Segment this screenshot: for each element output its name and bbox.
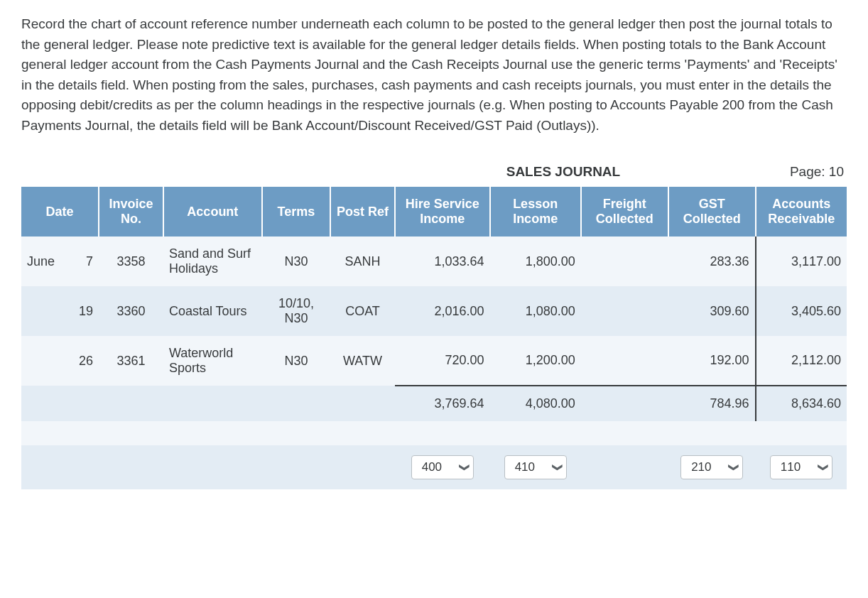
cell-lesson-income: 1,080.00 [490,286,581,336]
ref-value: 410 [515,460,535,474]
ref-value: 110 [781,460,801,474]
header-terms: Terms [262,187,330,237]
ref-select-lesson-income[interactable]: 410 ❮ [504,455,567,479]
chevron-down-icon: ❮ [550,463,562,472]
total-accounts-receivable: 8,634.60 [756,386,847,421]
cell-gst-collected: 309.60 [668,286,756,336]
cell-gst-collected: 283.36 [668,237,756,286]
sales-journal-table: Date Invoice No. Account Terms Post Ref … [21,187,847,489]
ref-value: 400 [422,460,442,474]
cell-hire-service-income: 720.00 [395,336,490,386]
journal-header: SALES JOURNAL Page: 10 [21,164,847,187]
spacer-row [21,421,847,445]
header-freight-collected: Freight Collected [581,187,668,237]
cell-gst-collected: 192.00 [668,336,756,386]
header-lesson-income: Lesson Income [490,187,581,237]
cell-terms: N30 [262,336,330,386]
cell-accounts-receivable: 3,117.00 [756,237,847,286]
table-row: 19 3360 Coastal Tours 10/10, N30 COAT 2,… [21,286,847,336]
cell-day: 7 [67,237,99,286]
cell-post-ref: WATW [330,336,395,386]
cell-post-ref: SANH [330,237,395,286]
totals-row: 3,769.64 4,080.00 784.96 8,634.60 [21,386,847,421]
cell-invoice-no: 3358 [99,237,163,286]
instructions-text: Record the chart of account reference nu… [21,14,847,136]
cell-lesson-income: 1,800.00 [490,237,581,286]
cell-accounts-receivable: 3,405.60 [756,286,847,336]
cell-account: Sand and Surf Holidays [163,237,262,286]
cell-hire-service-income: 2,016.00 [395,286,490,336]
table-row: 26 3361 Waterworld Sports N30 WATW 720.0… [21,336,847,386]
header-account: Account [163,187,262,237]
chevron-down-icon: ❮ [727,463,738,472]
cell-freight-collected [581,286,668,336]
cell-freight-collected [581,237,668,286]
table-header-row: Date Invoice No. Account Terms Post Ref … [21,187,847,237]
ref-select-accounts-receivable[interactable]: 110 ❮ [770,455,832,479]
chevron-down-icon: ❮ [457,463,469,472]
cell-month [21,286,67,336]
cell-accounts-receivable: 2,112.00 [756,336,847,386]
journal-page-label: Page: 10 [790,164,844,180]
header-accounts-receivable: Accounts Receivable [756,187,847,237]
cell-invoice-no: 3361 [99,336,163,386]
cell-post-ref: COAT [330,286,395,336]
ref-value: 210 [691,460,711,474]
cell-month: June [21,237,67,286]
cell-lesson-income: 1,200.00 [490,336,581,386]
cell-invoice-no: 3360 [99,286,163,336]
cell-day: 19 [67,286,99,336]
chevron-down-icon: ❮ [816,463,828,472]
total-freight-collected [581,386,668,421]
cell-account: Waterworld Sports [163,336,262,386]
reference-selectors-row: 400 ❮ 410 ❮ 210 ❮ 110 ❮ [21,445,847,489]
ref-select-gst-collected[interactable]: 210 ❮ [680,455,743,479]
cell-hire-service-income: 1,033.64 [395,237,490,286]
ref-select-hire-service-income[interactable]: 400 ❮ [411,455,474,479]
cell-freight-collected [581,336,668,386]
header-hire-service-income: Hire Service Income [395,187,490,237]
header-post-ref: Post Ref [330,187,395,237]
cell-terms: 10/10, N30 [262,286,330,336]
cell-month [21,336,67,386]
cell-terms: N30 [262,237,330,286]
total-lesson-income: 4,080.00 [490,386,581,421]
cell-account: Coastal Tours [163,286,262,336]
total-gst-collected: 784.96 [668,386,756,421]
header-date: Date [21,187,99,237]
header-invoice-no: Invoice No. [99,187,163,237]
table-row: June 7 3358 Sand and Surf Holidays N30 S… [21,237,847,286]
journal-title: SALES JOURNAL [506,164,620,179]
total-hire-service-income: 3,769.64 [395,386,490,421]
cell-day: 26 [67,336,99,386]
header-gst-collected: GST Collected [668,187,756,237]
